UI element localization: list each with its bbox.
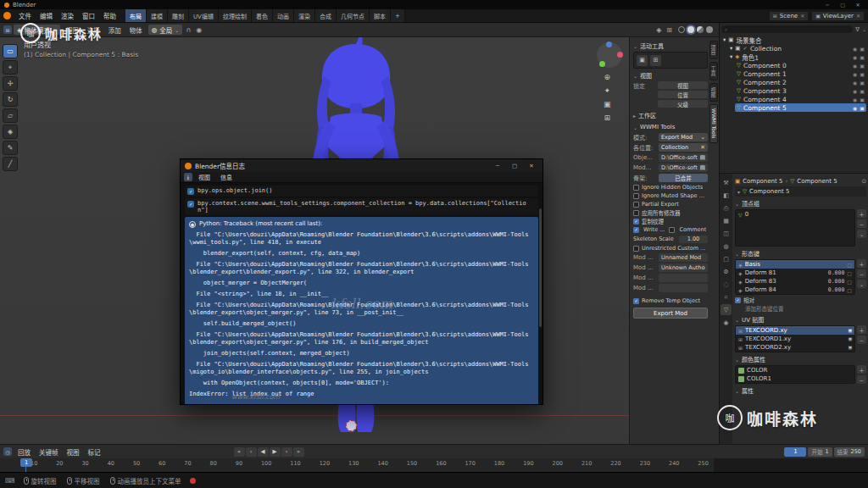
outliner-search-input[interactable]: ⌕	[721, 25, 853, 33]
playback-button[interactable]: «	[234, 447, 245, 457]
current-frame-field[interactable]: 1	[784, 447, 806, 457]
workspace-tab[interactable]: 几何节点	[337, 9, 370, 22]
wireframe-shading-icon[interactable]	[678, 26, 685, 33]
dialog-titlebar[interactable]: Blender信息日志 ─ ▢ ✕	[181, 159, 542, 172]
tool-button[interactable]: ⌖	[3, 60, 18, 75]
folder-icon[interactable]: ▤	[699, 154, 705, 161]
add-button[interactable]: ＋	[857, 259, 866, 268]
workspace-tab[interactable]: 雕刻	[168, 9, 189, 22]
frame-start-field[interactable]: 开始 1	[808, 447, 832, 457]
rendered-shading-icon[interactable]	[706, 26, 713, 33]
sidebar-tab[interactable]: 工具	[709, 62, 718, 80]
tool-button[interactable]: ▭	[3, 44, 18, 58]
dialog-close-button[interactable]: ✕	[525, 163, 538, 169]
scene-selector[interactable]: ⊞ Scene ✕	[769, 11, 809, 21]
properties-tab[interactable]: ▢	[721, 253, 732, 264]
playback-button[interactable]: »	[293, 447, 304, 457]
axis-x-handle[interactable]	[617, 52, 623, 58]
properties-tab[interactable]: ⚒	[721, 177, 732, 188]
workspace-tab[interactable]: 建模	[147, 9, 168, 22]
pan-hand-icon[interactable]: ✦	[604, 86, 611, 95]
comment-checkbox[interactable]	[669, 227, 675, 233]
hide-eye-icon[interactable]: ◉	[853, 71, 857, 77]
os-close-button[interactable]: ✕	[852, 2, 864, 8]
hide-eye-icon[interactable]: ◉	[853, 54, 857, 60]
dialog-menu-item[interactable]: 信息	[216, 173, 236, 181]
transform-orientation-dropdown[interactable]: ◍ 全局 ⌄	[148, 25, 183, 35]
info-log-line[interactable]: ✓ bpy.context.scene.wwmi_tools_settings.…	[185, 198, 538, 215]
playhead[interactable]: 1	[20, 458, 32, 467]
shape-key-value[interactable]: 0.000	[828, 278, 845, 285]
toggle-ortho-icon[interactable]: ⊞	[604, 114, 611, 122]
blender-logo[interactable]	[3, 12, 11, 19]
viewport-menu-item[interactable]: 视图	[62, 25, 83, 35]
timeline-menu-item[interactable]: 回放	[14, 447, 35, 457]
shape-key-value[interactable]: 0.000	[828, 286, 845, 293]
disable-render-icon[interactable]: ▣	[860, 80, 865, 86]
tool-button[interactable]: ╱	[3, 157, 18, 171]
mute-checkbox[interactable]: ▢	[847, 270, 852, 276]
axis-z-handle[interactable]	[606, 42, 612, 47]
properties-tab[interactable]: ◧	[721, 190, 732, 201]
workspace-tab[interactable]: +	[391, 9, 405, 22]
show-gizmo-icon[interactable]: ◈	[654, 26, 663, 34]
axis-y-handle[interactable]	[599, 61, 605, 67]
specials-button[interactable]: ⌄	[857, 280, 866, 288]
mod-info-field[interactable]	[659, 284, 708, 292]
add-button[interactable]: ＋	[857, 365, 866, 374]
active-render-icon[interactable]: ▣	[849, 344, 852, 351]
row-value[interactable]: 位置	[658, 91, 708, 98]
disable-render-icon[interactable]: ▣	[860, 63, 865, 69]
properties-tab[interactable]: ◌	[721, 279, 732, 290]
properties-tab[interactable]: ◫	[721, 228, 732, 239]
info-editor-icon[interactable]: ℹ	[184, 173, 192, 181]
uv-maps-header[interactable]: ⌄ UV 贴图	[735, 314, 866, 324]
properties-tab[interactable]: ⚙	[721, 266, 732, 277]
color-attributes-header[interactable]: ⌄ 颜色属性	[735, 354, 866, 364]
hide-eye-icon[interactable]: ◉	[853, 46, 857, 52]
topbar-menu-item[interactable]: 帮助	[99, 11, 120, 20]
editor-type-icon[interactable]: ⊞	[3, 25, 12, 34]
component-collection-dropdown[interactable]: Collection ✕	[659, 143, 708, 152]
object-data-name[interactable]: Component 5	[749, 188, 789, 195]
remove-button[interactable]: －	[857, 269, 866, 278]
export-mod-button[interactable]: Export Mod	[633, 308, 708, 319]
shape-key-value[interactable]: 0.000	[828, 269, 845, 276]
skeleton-merged-segment[interactable]: 已合并	[659, 174, 708, 182]
mute-checkbox[interactable]: ▢	[847, 262, 852, 268]
timeline-menu-item[interactable]: 视图	[63, 447, 84, 457]
expand-icon[interactable]: ▾	[723, 36, 726, 43]
workspace-tab[interactable]: 动画	[273, 9, 294, 22]
outliner-row-component[interactable]: ▽ Component 3 ◉ ▣	[735, 86, 866, 95]
workspace-tab[interactable]: 渲染	[294, 9, 315, 22]
disable-render-icon[interactable]: ▣	[860, 105, 865, 111]
write-checkbox[interactable]	[633, 227, 639, 233]
overlays-icon[interactable]: ⊞	[665, 26, 674, 34]
expand-icon[interactable]: ▾	[730, 53, 732, 60]
checkbox-row[interactable]: 应用所有修改器	[633, 208, 708, 217]
pin-icon[interactable]: ⊙	[861, 178, 866, 185]
playback-button[interactable]: ‹	[246, 447, 257, 457]
remove-temp-object-row[interactable]: Remove Temp Object	[633, 297, 708, 305]
workspace-tab[interactable]: 纹理绘制	[219, 9, 252, 22]
shape-key-row[interactable]: ◈ Deform 81 0.000 ▢	[736, 269, 854, 277]
remove-button[interactable]: －	[857, 219, 866, 228]
shape-keys-header[interactable]: ⌄ 形态键	[735, 248, 866, 258]
timeline-ruler[interactable]: 1020304050607080901001101201301401501601…	[0, 458, 868, 473]
active-tool-section-header[interactable]: ⌄ 活动工具	[633, 41, 708, 51]
tool-button[interactable]: ↻	[3, 92, 18, 107]
unlink-viewlayer-icon[interactable]: ✕	[856, 13, 860, 19]
vertex-groups-header[interactable]: ⌄ 顶点组	[735, 198, 866, 208]
remove-button[interactable]: －	[857, 375, 866, 384]
tool-button[interactable]: ◈	[3, 125, 18, 139]
properties-tab[interactable]: ◍	[721, 241, 732, 252]
sidebar-tab[interactable]: 视图	[709, 83, 718, 102]
shape-key-row[interactable]: ◈ Deform 84 0.000 ▢	[736, 286, 854, 294]
unrestricted-row[interactable]: Unrestricted Custom Sha...	[633, 244, 708, 252]
checkbox-row[interactable]: 复制纹理	[633, 217, 708, 225]
workspace-tab[interactable]: UV编辑	[189, 9, 219, 22]
dialog-minimize-button[interactable]: ─	[491, 163, 504, 169]
outliner-row-component[interactable]: ▽ Component 5 ◉ ▣	[735, 103, 866, 112]
outliner-row-scene-collection[interactable]: ▾ ▣ 场景集合	[721, 36, 866, 44]
row-value[interactable]: 视图	[658, 81, 708, 89]
